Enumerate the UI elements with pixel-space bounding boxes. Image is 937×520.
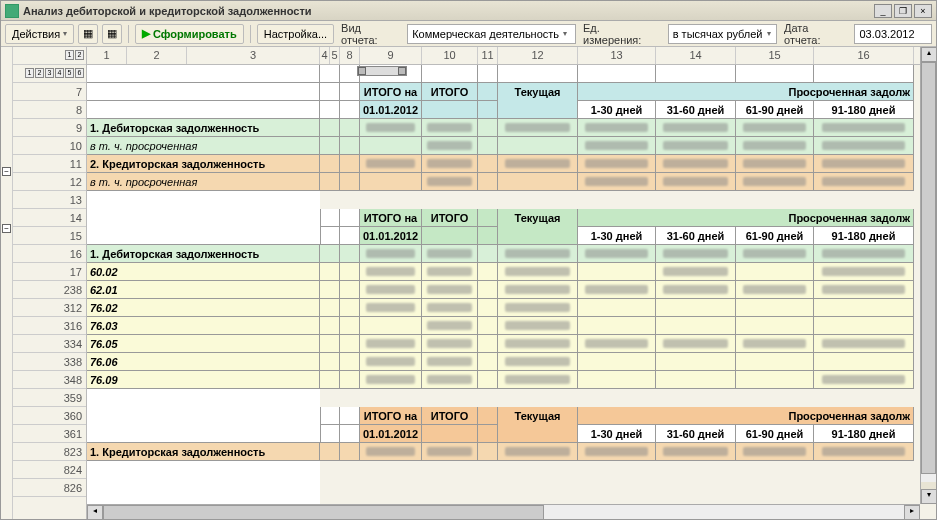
acct: 76.03 <box>87 317 320 335</box>
col-hdr[interactable]: 4 <box>320 47 330 64</box>
hdr-d3: 61-90 дней <box>736 227 814 245</box>
hdr-itogo-on: ИТОГО на <box>360 83 422 101</box>
hdr-current: Текущая <box>498 83 578 101</box>
minimize-button[interactable]: _ <box>874 4 892 18</box>
row-num[interactable]: 338 <box>13 353 86 371</box>
tool-icon-1[interactable]: ▦ <box>78 24 98 44</box>
row-num[interactable]: 359 <box>13 389 86 407</box>
hdr-current: Текущая <box>498 407 578 425</box>
scroll-up-icon[interactable]: ▴ <box>921 47 936 62</box>
acct: 76.06 <box>87 353 320 371</box>
row-num[interactable]: 824 <box>13 461 86 479</box>
scroll-right-icon[interactable]: ▸ <box>904 505 920 520</box>
hdr-itogo-on: ИТОГО на <box>360 209 422 227</box>
tool-icon-2[interactable]: ▦ <box>102 24 122 44</box>
row-num[interactable]: 238 <box>13 281 86 299</box>
hlevel-6[interactable]: 6 <box>75 68 84 78</box>
col-hdr[interactable]: 2 <box>127 47 187 64</box>
col-hdr[interactable]: 9 <box>360 47 422 64</box>
restore-button[interactable]: ❐ <box>894 4 912 18</box>
hdr-overdue: Просроченная задолж <box>578 83 914 101</box>
row-num[interactable]: 10 <box>13 137 86 155</box>
hdr-itogo: ИТОГО <box>422 407 478 425</box>
row-num[interactable]: 7 <box>13 83 86 101</box>
level-2[interactable]: 2 <box>75 50 84 60</box>
col-hdr[interactable]: 12 <box>498 47 578 64</box>
row-kred1: 1. Кредиторская задолженность <box>87 443 320 461</box>
hdr-date: 01.01.2012 <box>360 227 422 245</box>
scrollbar-horizontal[interactable]: ◂ ▸ <box>87 504 920 520</box>
col-hdr[interactable]: 15 <box>736 47 814 64</box>
row-num[interactable]: 15 <box>13 227 86 245</box>
acct: 76.02 <box>87 299 320 317</box>
col-hdr[interactable]: 1 <box>87 47 127 64</box>
acct: 60.02 <box>87 263 320 281</box>
col-hdr[interactable]: 5 <box>330 47 340 64</box>
row-num[interactable]: 16 <box>13 245 86 263</box>
scrollbar-vertical[interactable]: ▴ ▾ <box>920 47 936 504</box>
spreadsheet[interactable]: ИТОГО на ИТОГО Текущая Просроченная задо… <box>87 65 936 515</box>
hlevel-4[interactable]: 4 <box>55 68 64 78</box>
acct: 76.09 <box>87 371 320 389</box>
date-label: Дата отчета: <box>781 22 850 46</box>
row-num[interactable]: 316 <box>13 317 86 335</box>
row-deb: 1. Дебиторская задолженность <box>87 119 320 137</box>
separator <box>250 25 251 43</box>
date-input[interactable]: 03.03.2012 <box>854 24 932 44</box>
acct: 62.01 <box>87 281 320 299</box>
hdr-d3: 61-90 дней <box>736 101 814 119</box>
row-num[interactable]: 12 <box>13 173 86 191</box>
scroll-down-icon[interactable]: ▾ <box>921 489 936 504</box>
col-hdr[interactable]: 14 <box>656 47 736 64</box>
col-hdr[interactable]: 11 <box>478 47 498 64</box>
unit-label: Ед. измерения: <box>580 22 664 46</box>
settings-button[interactable]: Настройка... <box>257 24 334 44</box>
hdr-overdue: Просроченная задолж <box>578 209 914 227</box>
row-kred: 2. Кредиторская задолженность <box>87 155 320 173</box>
row-num[interactable]: 11 <box>13 155 86 173</box>
col-hdr[interactable]: 8 <box>340 47 360 64</box>
run-button[interactable]: Сформировать <box>135 24 244 44</box>
hdr-d2: 31-60 дней <box>656 227 736 245</box>
acct: 76.05 <box>87 335 320 353</box>
hdr-d1: 1-30 дней <box>578 101 656 119</box>
hlevel-5[interactable]: 5 <box>65 68 74 78</box>
level-1[interactable]: 1 <box>65 50 74 60</box>
level-h-row: 1 2 3 4 5 6 <box>13 65 86 83</box>
window-title: Анализ дебиторской и кредиторской задолж… <box>23 5 872 17</box>
row-num[interactable]: 348 <box>13 371 86 389</box>
hdr-itogo-on: ИТОГО на <box>360 407 422 425</box>
row-num[interactable]: 312 <box>13 299 86 317</box>
col-hdr[interactable]: 13 <box>578 47 656 64</box>
hlevel-1[interactable]: 1 <box>25 68 34 78</box>
row-num[interactable]: 17 <box>13 263 86 281</box>
row-num[interactable]: 361 <box>13 425 86 443</box>
hlevel-2[interactable]: 2 <box>35 68 44 78</box>
collapse-button[interactable]: − <box>2 167 11 176</box>
titlebar: Анализ дебиторской и кредиторской задолж… <box>1 1 936 21</box>
report-type-label: Вид отчета: <box>338 22 403 46</box>
row-num[interactable]: 826 <box>13 479 86 497</box>
row-num[interactable]: 14 <box>13 209 86 227</box>
row-num[interactable]: 360 <box>13 407 86 425</box>
row-num[interactable]: 9 <box>13 119 86 137</box>
unit-select[interactable]: в тысячах рублей <box>668 24 777 44</box>
row-deb-over: в т. ч. просроченная <box>87 137 320 155</box>
grid-area: 1 2 3 4 5 8 9 10 11 12 13 14 15 16 ИТОГО… <box>87 47 936 520</box>
col-hdr[interactable]: 3 <box>187 47 320 64</box>
actions-menu[interactable]: Действия <box>5 24 74 44</box>
col-hdr[interactable]: 10 <box>422 47 478 64</box>
row-num[interactable]: 8 <box>13 101 86 119</box>
hdr-d4: 91-180 дней <box>814 101 914 119</box>
col-hdr[interactable]: 16 <box>814 47 914 64</box>
report-type-select[interactable]: Коммерческая деятельность <box>407 24 576 44</box>
row-num[interactable]: 823 <box>13 443 86 461</box>
hlevel-3[interactable]: 3 <box>45 68 54 78</box>
toolbar: Действия ▦ ▦ Сформировать Настройка... В… <box>1 21 936 47</box>
row-num[interactable]: 334 <box>13 335 86 353</box>
row-num[interactable]: 13 <box>13 191 86 209</box>
collapse-button[interactable]: − <box>2 224 11 233</box>
scroll-left-icon[interactable]: ◂ <box>87 505 103 520</box>
close-button[interactable]: × <box>914 4 932 18</box>
outline-slider[interactable] <box>357 66 407 76</box>
